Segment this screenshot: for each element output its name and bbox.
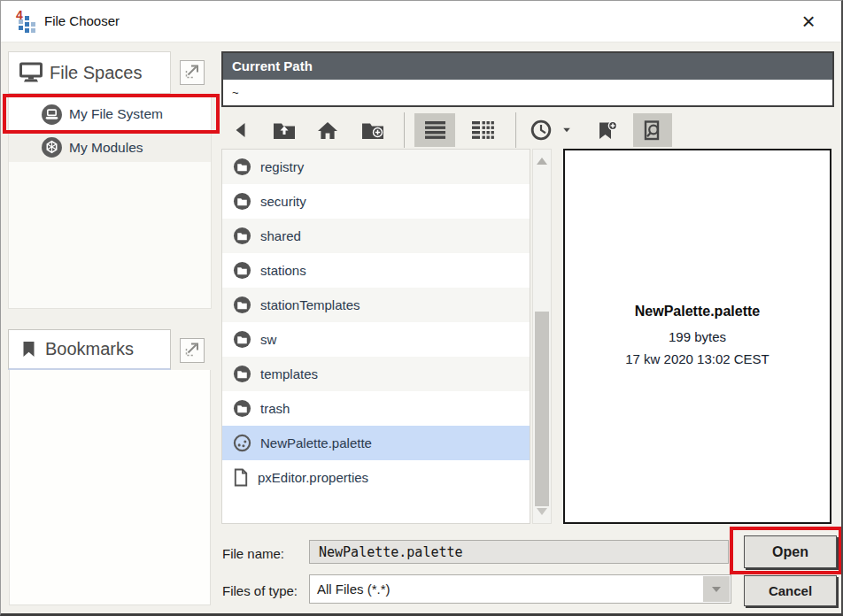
file-list: registry security shared stations statio… [221,149,530,524]
back-icon [233,120,249,140]
file-row[interactable]: trash [222,391,530,426]
back-button[interactable] [225,113,257,147]
niagara-app-icon: 4 [17,12,36,31]
window-title: File Chooser [44,13,120,28]
detail-view-icon [471,120,494,140]
file-spaces-title: File Spaces [50,63,143,83]
preview-file-size: 199 bytes [669,326,726,348]
up-level-folder-icon [273,121,296,140]
toolbar [221,112,834,148]
file-name: pxEditor.properties [258,470,368,485]
preview-toggle-button[interactable] [633,113,672,147]
folder-circle-icon [233,158,251,176]
new-folder-button[interactable] [356,113,390,147]
combo-dropdown-button[interactable] [703,576,730,602]
file-name: registry [260,159,304,174]
folder-circle-icon [233,399,251,418]
history-dropdown-button[interactable] [559,113,575,147]
palette-icon [233,434,251,452]
bookmark-icon [22,341,35,358]
file-row[interactable]: registry [222,150,530,184]
preview-file-name: NewPalette.palette [635,304,760,320]
file-list-scrollbar[interactable] [532,149,552,524]
open-button[interactable]: Open [744,535,837,568]
file-name: stations [260,263,306,278]
expand-icon [182,339,202,362]
file-name: templates [260,366,318,381]
folder-circle-icon [233,192,251,211]
current-path-panel: Current Path ~ [221,51,834,107]
folder-circle-icon [233,296,251,314]
scroll-up-arrow[interactable] [537,158,547,165]
sidebar-item-my-file-system[interactable]: My File System [9,96,211,133]
preview-magnifier-icon [642,120,663,141]
scroll-thumb[interactable] [535,312,549,506]
file-spaces-header: File Spaces [8,51,171,94]
list-view-icon [424,120,446,140]
add-bookmark-button[interactable] [591,113,624,147]
file-row[interactable]: stations [222,253,530,288]
caret-down-icon [712,587,721,592]
folder-circle-icon [233,330,251,349]
files-of-type-select[interactable]: All Files (*.*) [309,574,731,604]
file-name: stationTemplates [260,297,360,312]
folder-circle-icon [233,261,251,280]
close-icon[interactable]: × [795,8,822,35]
file-chooser-dialog: 4 File Chooser × File Spaces My File Sys… [0,0,843,616]
expand-file-spaces-button[interactable] [180,60,205,85]
preview-file-date: 17 kw 2020 13:02 CEST [625,348,770,370]
file-name: shared [260,228,301,243]
file-name: security [260,194,306,209]
cancel-button[interactable]: Cancel [744,575,837,606]
toolbar-separator [515,112,516,148]
current-path-value: ~ [223,80,832,105]
file-icon [233,468,249,487]
file-row[interactable]: security [222,184,530,219]
sidebar-item-label: My Modules [69,140,143,156]
detail-view-button[interactable] [462,113,503,147]
preview-panel: NewPalette.palette 199 bytes 17 kw 2020 … [563,149,831,524]
home-icon [317,121,338,140]
scroll-down-arrow[interactable] [537,508,547,515]
file-row[interactable]: templates [222,357,530,391]
bookmarks-title: Bookmarks [45,339,134,359]
file-name-input[interactable] [309,540,729,564]
bookmarks-pane [9,370,211,605]
file-row-selected[interactable]: NewPalette.palette [222,426,530,460]
modules-circle-icon [41,136,63,158]
history-button[interactable] [527,113,555,147]
computer-circle-icon [41,104,63,126]
folder-circle-icon [233,227,251,245]
computer-icon [19,62,43,83]
add-bookmark-icon [597,120,618,141]
file-name: NewPalette.palette [260,435,372,450]
expand-icon [182,61,202,84]
new-folder-icon [361,121,384,140]
sidebar-item-my-modules[interactable]: My Modules [9,133,211,162]
clock-history-icon [530,119,552,141]
file-row[interactable]: sw [222,322,530,357]
list-view-button[interactable] [414,113,455,147]
toolbar-separator [404,112,405,148]
bookmarks-header: Bookmarks [8,329,171,370]
home-button[interactable] [311,113,344,147]
files-of-type-label: Files of type: [222,583,298,598]
titlebar: 4 File Chooser × [1,1,841,42]
sidebar-item-label: My File System [69,106,163,122]
caret-down-icon [563,128,570,133]
up-level-button[interactable] [267,113,301,147]
file-name: trash [260,401,290,416]
file-name: sw [260,332,276,347]
folder-circle-icon [233,365,251,383]
current-path-header: Current Path [223,53,832,80]
expand-bookmarks-button[interactable] [180,338,205,363]
file-name-label: File name: [222,546,284,561]
files-of-type-value: All Files (*.*) [310,575,731,603]
file-row[interactable]: stationTemplates [222,288,530,322]
file-row[interactable]: shared [222,219,530,253]
file-row[interactable]: pxEditor.properties [222,460,530,495]
